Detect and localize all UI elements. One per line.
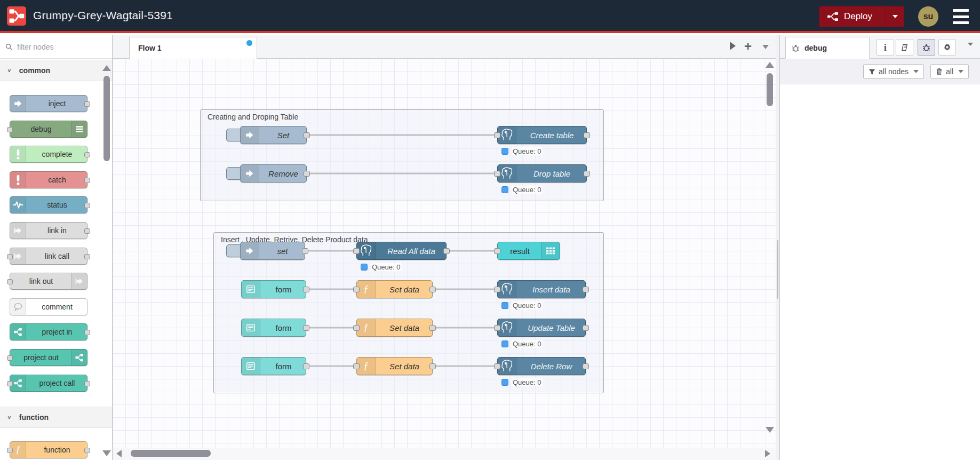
debug-clear-button[interactable]: all <box>930 64 969 79</box>
palette-node-link-out[interactable]: link out <box>10 273 87 290</box>
output-port[interactable] <box>303 325 309 331</box>
palette-node-inject[interactable]: inject <box>10 95 87 112</box>
output-port[interactable] <box>583 325 589 331</box>
flow-node-read-all-data[interactable]: Read All data <box>356 242 447 260</box>
sidebar-splitter[interactable] <box>776 35 780 460</box>
input-port[interactable] <box>7 254 13 259</box>
flow-canvas[interactable]: Creating and Droping TableInsert , Updat… <box>113 59 776 448</box>
output-port[interactable] <box>429 325 436 331</box>
input-port[interactable] <box>353 363 360 369</box>
flow-node-form[interactable]: form <box>241 357 306 375</box>
output-port[interactable] <box>84 254 90 259</box>
flow-node-update-table[interactable]: Update Table <box>497 319 586 337</box>
deploy-options-caret[interactable] <box>886 6 904 27</box>
output-port[interactable] <box>583 363 589 369</box>
flow-node-set[interactable]: Set <box>240 126 307 144</box>
output-port[interactable] <box>84 381 90 386</box>
output-port[interactable] <box>84 330 90 335</box>
sidebar-options-caret[interactable] <box>968 46 973 55</box>
output-port[interactable] <box>429 363 436 369</box>
output-port[interactable] <box>443 248 450 254</box>
canvas-vertical-scrollbar-thumb[interactable] <box>767 73 773 106</box>
info-tab-button[interactable]: i <box>877 39 894 55</box>
output-port[interactable] <box>304 171 310 177</box>
input-port[interactable] <box>7 381 13 386</box>
tab-debug[interactable]: debug <box>785 37 870 59</box>
input-port[interactable] <box>494 363 500 369</box>
palette-scroll-up-arrow[interactable] <box>102 65 111 71</box>
flow-node-drop-table[interactable]: Drop table <box>497 164 587 183</box>
flow-node-form[interactable]: form <box>241 319 306 337</box>
canvas-scroll-up-arrow[interactable] <box>766 62 774 68</box>
input-port[interactable] <box>353 287 360 292</box>
output-port[interactable] <box>583 287 589 292</box>
input-port[interactable] <box>494 325 500 331</box>
input-port[interactable] <box>7 279 13 284</box>
input-port[interactable] <box>494 132 500 138</box>
canvas-scroll-right-arrow[interactable] <box>765 450 770 457</box>
output-port[interactable] <box>84 228 90 234</box>
flow-node-set-data[interactable]: ƒSet data <box>356 357 433 375</box>
output-port[interactable] <box>429 287 436 292</box>
output-port[interactable] <box>84 178 90 183</box>
palette-node-project-in[interactable]: project in <box>10 323 87 340</box>
palette-node-project-out[interactable]: project out <box>10 349 87 366</box>
flow-node-create-table[interactable]: Create table <box>497 126 587 144</box>
filter-nodes-input[interactable] <box>17 43 97 51</box>
input-port[interactable] <box>7 127 13 132</box>
flow-node-set[interactable]: set <box>240 242 305 260</box>
input-port[interactable] <box>353 325 360 331</box>
help-tab-button[interactable] <box>896 39 913 55</box>
debug-filter-button[interactable]: all nodes <box>863 64 924 79</box>
next-tab-button[interactable] <box>730 42 736 50</box>
flow-list-caret[interactable] <box>762 45 769 49</box>
input-port[interactable] <box>7 355 13 361</box>
config-tab-button[interactable] <box>938 39 956 55</box>
palette-node-debug[interactable]: debug <box>10 121 87 138</box>
flow-node-delete-row[interactable]: Delete Row <box>497 357 586 375</box>
user-avatar[interactable]: su <box>918 6 938 27</box>
input-port[interactable] <box>494 248 500 254</box>
output-port[interactable] <box>584 132 590 138</box>
input-port[interactable] <box>494 171 500 177</box>
palette-category-function[interactable]: ∨function <box>0 407 112 428</box>
output-port[interactable] <box>304 132 310 138</box>
flow-group[interactable] <box>200 109 604 201</box>
canvas-scroll-left-arrow[interactable] <box>116 450 122 457</box>
output-port[interactable] <box>303 363 309 369</box>
deploy-button[interactable]: Deploy <box>819 6 904 27</box>
flow-node-set-data[interactable]: ƒSet data <box>356 280 433 298</box>
palette-scrollbar-thumb[interactable] <box>103 76 110 161</box>
input-port[interactable] <box>353 248 360 254</box>
output-port[interactable] <box>303 287 309 292</box>
input-port[interactable] <box>494 287 500 292</box>
input-port[interactable] <box>7 448 13 453</box>
flow-node-form[interactable]: form <box>241 280 306 298</box>
flow-node-insert-data[interactable]: Insert data <box>497 280 586 298</box>
flow-node-set-data[interactable]: ƒSet data <box>356 319 433 337</box>
flow-node-result[interactable]: result <box>497 242 560 260</box>
palette-category-common[interactable]: ∨common <box>0 60 112 81</box>
palette-node-project-call[interactable]: project call <box>10 375 87 392</box>
output-port[interactable] <box>84 448 90 453</box>
flow-node-remove[interactable]: Remove <box>240 164 307 183</box>
output-port[interactable] <box>84 203 90 208</box>
output-port[interactable] <box>302 248 308 254</box>
palette-scroll-down-arrow[interactable] <box>102 450 111 456</box>
canvas-horizontal-scrollbar-thumb[interactable] <box>131 450 211 457</box>
main-menu-button[interactable] <box>953 9 969 24</box>
palette-node-link-in[interactable]: link in <box>10 222 87 239</box>
canvas-scroll-down-arrow[interactable] <box>766 427 774 433</box>
palette-node-complete[interactable]: complete <box>10 146 87 163</box>
debug-tab-button[interactable] <box>918 39 935 55</box>
palette-node-function[interactable]: ƒfunction <box>10 441 87 458</box>
tab-flow-1[interactable]: Flow 1 <box>129 37 257 59</box>
add-flow-button[interactable]: + <box>744 37 752 55</box>
output-port[interactable] <box>584 171 590 177</box>
palette-node-comment[interactable]: comment <box>10 298 87 315</box>
palette-node-link-call[interactable]: link call <box>10 248 87 265</box>
output-port[interactable] <box>84 152 90 157</box>
palette-node-status[interactable]: status <box>10 196 87 213</box>
output-port[interactable] <box>84 101 90 107</box>
palette-node-catch[interactable]: catch <box>10 171 87 188</box>
